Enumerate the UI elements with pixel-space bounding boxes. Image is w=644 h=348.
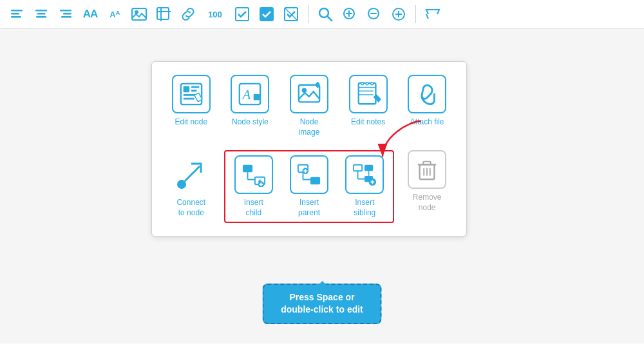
node-style-button[interactable]: A Node style: [224, 75, 277, 137]
popup-panel: Edit node A Node style: [151, 61, 467, 237]
svg-point-48: [366, 82, 368, 85]
font-small-icon[interactable]: Aᴬ: [106, 5, 124, 23]
number-icon[interactable]: 100: [204, 5, 227, 23]
toolbar-divider1: [308, 5, 308, 23]
svg-line-20: [327, 16, 332, 21]
svg-rect-9: [132, 8, 146, 20]
svg-rect-43: [358, 83, 375, 104]
svg-rect-2: [11, 16, 21, 18]
toolbar-divider2: [415, 5, 416, 23]
zoom-reset-icon[interactable]: [390, 5, 408, 23]
connect-to-node-button[interactable]: Connectto node: [165, 155, 218, 218]
svg-rect-50: [373, 94, 380, 102]
search-icon[interactable]: [316, 5, 334, 23]
insert-group: Insertchild: [224, 150, 395, 223]
zoom-out-icon[interactable]: [365, 5, 383, 23]
svg-rect-5: [36, 16, 46, 18]
edit-node-button[interactable]: Edit node: [165, 75, 218, 137]
svg-point-47: [361, 82, 363, 85]
check2-icon[interactable]: [258, 5, 276, 23]
insert-sibling-label: Insertsibling: [354, 198, 375, 218]
svg-rect-3: [35, 10, 47, 12]
svg-point-52: [177, 180, 186, 189]
svg-rect-54: [243, 165, 252, 172]
node-style-label: Node style: [232, 117, 269, 128]
svg-point-41: [302, 88, 307, 93]
crop-icon[interactable]: [155, 5, 173, 23]
svg-rect-40: [299, 85, 319, 102]
insert-parent-button[interactable]: Insertparent: [283, 155, 335, 218]
check3-icon[interactable]: [282, 5, 300, 23]
align-right-icon[interactable]: [57, 5, 75, 23]
svg-point-49: [370, 82, 373, 85]
align-left-icon[interactable]: [8, 5, 26, 23]
zoom-in-icon[interactable]: [341, 5, 359, 23]
expand-icon[interactable]: [424, 5, 442, 23]
node-image-label: Nodeimage: [299, 117, 320, 137]
svg-rect-39: [254, 94, 260, 101]
svg-rect-7: [63, 13, 71, 15]
check1-icon[interactable]: [233, 5, 251, 23]
svg-rect-32: [191, 86, 199, 88]
svg-rect-4: [37, 13, 46, 15]
svg-text:A: A: [242, 87, 251, 102]
align-center-icon[interactable]: [32, 5, 50, 23]
remove-node-label: Removenode: [413, 193, 442, 213]
svg-point-10: [135, 10, 138, 14]
svg-rect-11: [157, 8, 169, 19]
svg-rect-0: [11, 10, 23, 12]
svg-line-18: [285, 8, 298, 21]
svg-rect-70: [354, 165, 362, 171]
svg-rect-14: [236, 8, 249, 21]
link-icon[interactable]: [179, 5, 197, 23]
svg-rect-31: [183, 86, 189, 93]
content-area: Edit node A Node style: [0, 29, 644, 343]
node-image-button[interactable]: Nodeimage: [283, 75, 336, 137]
toolbar: AA Aᴬ 100: [0, 0, 644, 29]
svg-rect-8: [61, 16, 71, 18]
svg-rect-71: [365, 165, 373, 171]
insert-child-label: Insertchild: [244, 198, 263, 218]
svg-rect-35: [183, 98, 194, 100]
svg-rect-1: [11, 13, 19, 15]
svg-rect-6: [60, 10, 71, 12]
insert-parent-label: Insertparent: [298, 198, 320, 218]
tooltip-text: Press Space or double-click to edit: [281, 292, 363, 315]
svg-rect-33: [191, 90, 197, 92]
insert-child-button[interactable]: Insertchild: [228, 155, 279, 218]
tooltip-bubble: Press Space or double-click to edit: [263, 284, 382, 324]
font-large-icon[interactable]: AA: [81, 5, 99, 23]
svg-rect-16: [261, 8, 272, 20]
svg-line-53: [185, 166, 200, 181]
insert-sibling-button[interactable]: Insertsibling: [339, 155, 390, 218]
svg-rect-64: [310, 177, 320, 184]
edit-node-label: Edit node: [175, 117, 207, 128]
connect-to-node-label: Connectto node: [176, 198, 205, 218]
image-icon[interactable]: [130, 5, 148, 23]
